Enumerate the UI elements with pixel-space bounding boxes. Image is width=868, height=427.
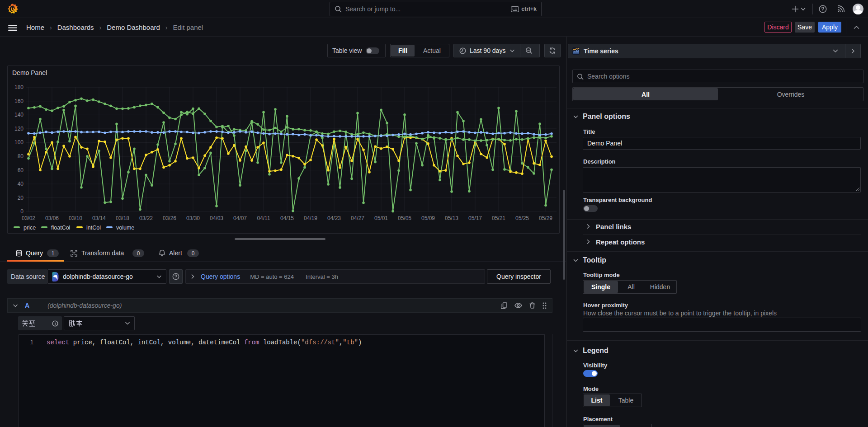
svg-text:120: 120 (14, 126, 24, 132)
svg-text:05/17: 05/17 (468, 215, 482, 221)
svg-text:volume: volume (116, 225, 134, 231)
svg-text:05/01: 05/01 (374, 215, 388, 221)
svg-text:05/09: 05/09 (421, 215, 435, 221)
svg-text:03/06: 03/06 (45, 215, 59, 221)
svg-text:03/22: 03/22 (139, 215, 153, 221)
svg-text:05/25: 05/25 (515, 215, 529, 221)
svg-text:04/23: 04/23 (327, 215, 341, 221)
svg-text:60: 60 (18, 167, 24, 174)
svg-text:price: price (24, 225, 36, 231)
svg-text:140: 140 (14, 112, 24, 118)
svg-text:floatCol: floatCol (51, 225, 70, 231)
svg-text:80: 80 (18, 153, 24, 160)
svg-text:intCol: intCol (86, 225, 101, 231)
svg-text:05/29: 05/29 (539, 215, 552, 221)
svg-text:0: 0 (20, 208, 24, 215)
svg-text:05/05: 05/05 (398, 215, 411, 221)
svg-text:180: 180 (14, 84, 24, 90)
svg-text:05/13: 05/13 (445, 215, 458, 221)
svg-text:04/15: 04/15 (280, 215, 294, 221)
svg-text:04/19: 04/19 (304, 215, 317, 221)
svg-text:04/07: 04/07 (233, 215, 247, 221)
svg-text:03/02: 03/02 (22, 215, 35, 221)
svg-text:40: 40 (18, 181, 24, 187)
svg-text:03/10: 03/10 (69, 215, 82, 221)
svg-text:03/18: 03/18 (116, 215, 129, 221)
svg-text:20: 20 (18, 195, 24, 201)
svg-text:160: 160 (14, 98, 24, 104)
svg-text:05/21: 05/21 (492, 215, 505, 221)
svg-text:03/30: 03/30 (186, 215, 200, 221)
svg-text:04/03: 04/03 (210, 215, 223, 221)
svg-text:100: 100 (14, 139, 24, 145)
svg-text:03/14: 03/14 (92, 215, 106, 221)
svg-text:04/27: 04/27 (351, 215, 364, 221)
svg-text:04/11: 04/11 (257, 215, 270, 221)
svg-text:03/26: 03/26 (163, 215, 176, 221)
